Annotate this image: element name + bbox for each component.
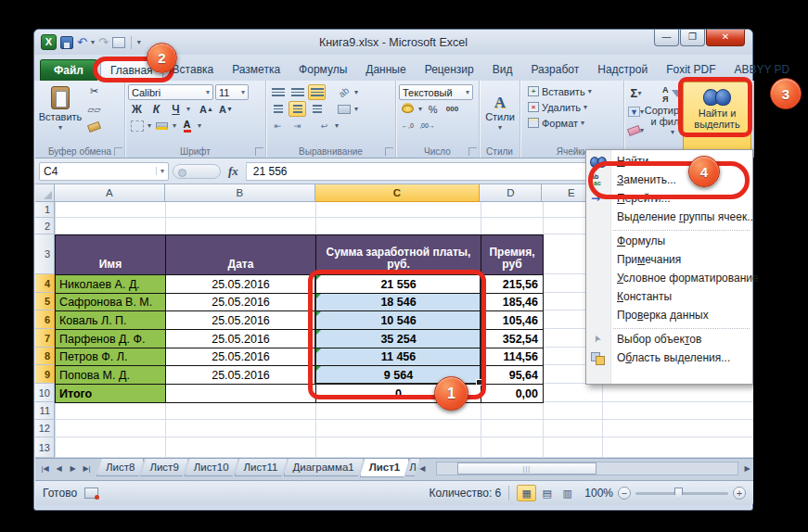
- row-header-11[interactable]: 11: [35, 402, 55, 420]
- accounting-format-button[interactable]: [399, 101, 417, 117]
- fill-color-button[interactable]: [153, 118, 171, 133]
- cell-date[interactable]: 25.05.2016: [166, 366, 316, 385]
- row-header-3[interactable]: 3: [35, 234, 55, 274]
- font-family-combo[interactable]: Calibri▾: [128, 84, 213, 100]
- zoom-in-button[interactable]: +: [733, 487, 746, 500]
- row-header-1[interactable]: 1: [35, 202, 55, 218]
- column-header-C[interactable]: C: [315, 184, 481, 202]
- menu-item-Примечания[interactable]: Примечания: [586, 250, 752, 269]
- menu-item-Формулы[interactable]: Формулы: [586, 232, 752, 250]
- menu-item-Константы[interactable]: Константы: [586, 287, 752, 306]
- restore-button[interactable]: ❐: [680, 30, 705, 46]
- header-cell-name[interactable]: Имя: [56, 235, 166, 275]
- ribbon-tab-Рецензир[interactable]: Рецензир: [416, 59, 483, 81]
- menu-item-Выделениегру[interactable]: Выделение группы ячеек...: [586, 208, 752, 226]
- row-header-5[interactable]: 5: [35, 293, 55, 310]
- cell-sum[interactable]: 11 456: [316, 348, 481, 366]
- alignment-dialog-launcher[interactable]: [385, 147, 393, 156]
- column-header-D[interactable]: D: [480, 184, 542, 202]
- cell-total-date[interactable]: [166, 385, 316, 403]
- column-header-B[interactable]: B: [165, 184, 315, 202]
- comma-style-button[interactable]: 000: [443, 101, 461, 117]
- menu-item-Заменить[interactable]: Заменить...: [586, 171, 752, 189]
- sheet-tab-Лист10[interactable]: Лист10: [185, 459, 238, 476]
- cut-button[interactable]: ✂: [85, 83, 103, 99]
- zoom-slider-thumb[interactable]: [674, 488, 683, 500]
- cell-sum[interactable]: 35 254: [316, 330, 481, 348]
- clear-button[interactable]: ▾: [627, 122, 645, 138]
- close-button[interactable]: ✕: [706, 30, 745, 46]
- cell-total-bonus[interactable]: 0,00: [481, 385, 544, 403]
- cell-date[interactable]: 25.05.2016: [166, 348, 316, 366]
- styles-button[interactable]: А Стили ▾: [482, 83, 518, 141]
- undo-dropdown-icon[interactable]: ▾: [91, 38, 95, 46]
- undo-icon[interactable]: ↶: [77, 36, 87, 49]
- next-sheet-icon[interactable]: ▶: [67, 462, 79, 475]
- underline-button[interactable]: Ч: [167, 101, 185, 117]
- shrink-font-button[interactable]: А▼: [217, 101, 235, 117]
- normal-view-button[interactable]: ▦: [517, 485, 536, 501]
- cell-date[interactable]: 25.05.2016: [166, 330, 316, 348]
- horizontal-scrollbar[interactable]: |||: [436, 462, 738, 475]
- sheet-tab-Лист8[interactable]: Лист8: [96, 459, 144, 476]
- decrease-decimal-button[interactable]: ,00→: [418, 118, 436, 133]
- row-header-12[interactable]: 12: [35, 420, 55, 437]
- copy-button[interactable]: ▱▱: [85, 101, 103, 117]
- cell-date[interactable]: 25.05.2016: [166, 294, 316, 311]
- cell-date[interactable]: 25.05.2016: [166, 311, 316, 330]
- increase-indent-button[interactable]: ⇥: [289, 118, 306, 133]
- insert-cells-button[interactable]: +Вставить▾: [528, 83, 622, 99]
- cell-bonus[interactable]: 215,56: [481, 275, 544, 294]
- column-header-A[interactable]: A: [55, 184, 165, 202]
- cell-bonus[interactable]: 352,54: [481, 330, 544, 348]
- font-size-combo[interactable]: 11▾: [215, 84, 249, 100]
- row-header-10[interactable]: 10: [35, 384, 55, 402]
- ribbon-tab-Вид[interactable]: Вид: [483, 59, 522, 81]
- zoom-out-button[interactable]: −: [618, 487, 631, 500]
- font-color-button[interactable]: А: [178, 118, 196, 133]
- fill-button[interactable]: ▼▾: [627, 104, 645, 120]
- orientation-button[interactable]: ab: [335, 84, 353, 100]
- autosum-button[interactable]: Σ▾: [627, 85, 645, 101]
- first-sheet-icon[interactable]: |◀: [39, 462, 51, 475]
- sheet-edit-icon[interactable]: [112, 37, 125, 48]
- name-box[interactable]: C4▾: [39, 162, 169, 181]
- row-header-13[interactable]: 13: [35, 437, 55, 458]
- row-header-9[interactable]: 9: [35, 365, 55, 384]
- customize-qat-icon[interactable]: ▾: [137, 38, 141, 46]
- select-all-corner[interactable]: [35, 184, 55, 202]
- menu-item-Найти[interactable]: Найти...: [586, 152, 752, 171]
- wrap-text-button[interactable]: ↩: [315, 118, 333, 133]
- format-cells-button[interactable]: Формат▾: [528, 115, 622, 131]
- align-center-button[interactable]: [289, 101, 306, 117]
- ribbon-tab-Данные[interactable]: Данные: [356, 59, 415, 81]
- cell-sum[interactable]: 21 556: [316, 275, 481, 294]
- align-left-button[interactable]: [269, 101, 287, 117]
- align-middle-button[interactable]: [289, 84, 306, 100]
- zoom-slider[interactable]: [635, 492, 728, 495]
- borders-button[interactable]: [128, 118, 146, 133]
- ribbon-tab-Файл[interactable]: Файл: [40, 59, 97, 81]
- sheet-tab-Лист9[interactable]: Лист9: [140, 459, 187, 476]
- cell-bonus[interactable]: 185,46: [481, 294, 544, 311]
- menu-item-Перейти[interactable]: Перейти...: [586, 189, 752, 208]
- excel-logo-icon[interactable]: X: [41, 34, 57, 50]
- decrease-indent-button[interactable]: ⇤: [269, 118, 287, 133]
- row-header-8[interactable]: 8: [35, 348, 55, 365]
- cell-name[interactable]: Петров Ф. Л.: [56, 348, 166, 366]
- align-right-button[interactable]: [308, 101, 326, 117]
- number-format-combo[interactable]: Текстовый▾: [399, 84, 473, 100]
- increase-decimal-button[interactable]: ←,0: [399, 118, 417, 133]
- sheet-tab-Диаграмма1[interactable]: Диаграмма1: [284, 459, 364, 476]
- ribbon-tab-Разметка[interactable]: Разметка: [223, 59, 289, 81]
- menu-item-Выборобъекто[interactable]: Выбор объектов: [586, 330, 752, 348]
- cell-name[interactable]: Николаев А. Д.: [56, 275, 166, 294]
- page-layout-view-button[interactable]: ▤: [537, 485, 557, 501]
- cell-sum[interactable]: 18 546: [316, 294, 481, 311]
- header-cell-date[interactable]: Дата: [166, 235, 316, 275]
- page-break-view-button[interactable]: ▥: [558, 485, 577, 501]
- find-select-button[interactable]: Найти и выделить ▾: [683, 82, 751, 154]
- cell-name[interactable]: Коваль Л. П.: [56, 311, 166, 330]
- cell-sum[interactable]: 10 546: [316, 311, 481, 330]
- cell-bonus[interactable]: 95,64: [481, 366, 544, 385]
